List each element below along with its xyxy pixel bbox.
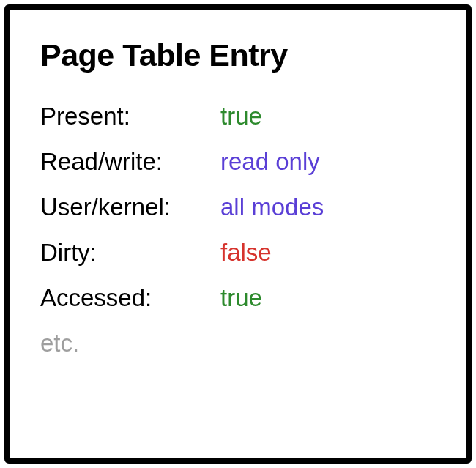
entry-label: Read/write:	[40, 148, 220, 176]
entry-row: Present: true	[40, 103, 436, 130]
entry-value: all modes	[220, 193, 324, 221]
card-title: Page Table Entry	[40, 37, 436, 73]
entry-label: Dirty:	[40, 239, 220, 267]
entry-label: Accessed:	[40, 284, 220, 312]
entry-row: Read/write: read only	[40, 148, 436, 176]
entry-value: true	[220, 284, 262, 312]
entry-value: true	[220, 103, 262, 130]
entry-row: Accessed: true	[40, 284, 436, 312]
entry-value: false	[220, 239, 272, 267]
entry-row: User/kernel: all modes	[40, 193, 436, 221]
etc-text: etc.	[40, 330, 436, 357]
entry-label: User/kernel:	[40, 193, 220, 221]
entry-row: Dirty: false	[40, 239, 436, 267]
entry-value: read only	[220, 148, 320, 176]
page-table-entry-card: Page Table Entry Present: true Read/writ…	[4, 4, 472, 464]
entry-label: Present:	[40, 103, 220, 130]
